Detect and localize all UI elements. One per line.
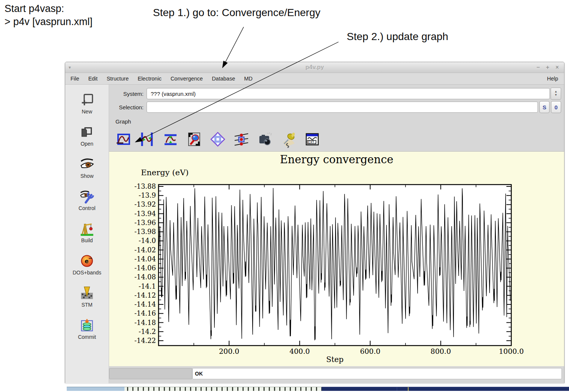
system-value: ??? (vasprun.xml): [151, 91, 196, 97]
svg-text:-14.2: -14.2: [139, 328, 156, 335]
sidebar-item-open[interactable]: Open: [65, 124, 109, 157]
progress-area: [109, 368, 192, 379]
background-window-segment-navy: [322, 387, 569, 391]
svg-text:-14.22: -14.22: [134, 337, 156, 344]
sidebar-item-label: STM: [81, 302, 93, 308]
zoom-button[interactable]: [185, 130, 203, 148]
arrow-step1: [223, 27, 244, 67]
menu-help[interactable]: Help: [541, 73, 564, 84]
titlebar[interactable]: ▾ p4v.py − + ×: [65, 62, 564, 73]
page: Start p4vasp:> p4v [vasprun.xml] Step 1.…: [0, 0, 569, 392]
svg-text:-14.0: -14.0: [139, 237, 156, 244]
graph-tab-label: Graph: [115, 118, 564, 127]
annotation-step2: Step 2.) update graph: [347, 30, 448, 43]
fit-vertical-button[interactable]: [162, 130, 180, 148]
svg-text:−: −: [88, 255, 92, 261]
plot-x-axis-label: Step: [159, 355, 511, 364]
sidebar-item-label: Show: [80, 173, 93, 179]
open-folder-icon: [79, 124, 95, 140]
svg-text:-13.96: -13.96: [134, 219, 156, 227]
close-button[interactable]: ×: [556, 64, 559, 70]
pushpin-icon: [280, 131, 297, 148]
selection-input[interactable]: [147, 101, 538, 113]
sidebar-item-label: Open: [81, 141, 93, 147]
menu-file[interactable]: File: [65, 73, 84, 84]
svg-text:800.0: 800.0: [431, 347, 451, 355]
background-window-segment-blue: [67, 387, 124, 391]
menu-database[interactable]: Database: [207, 73, 240, 84]
commit-database-icon: [79, 317, 95, 333]
select-sequence-icon: [233, 131, 250, 148]
menu-structure[interactable]: Structure: [102, 73, 133, 84]
sidebar-item-label: Commit: [78, 334, 96, 340]
electron-icon: e−: [79, 253, 95, 269]
sidebar-item-new[interactable]: New: [65, 92, 109, 124]
camera-icon: [256, 131, 274, 148]
sidebar-item-commit[interactable]: Commit: [65, 317, 109, 350]
selection-label: Selection:: [109, 104, 147, 110]
system-spinner[interactable]: ▲ ▼: [551, 88, 561, 100]
menu-electronic[interactable]: Electronic: [133, 73, 166, 84]
sidebar-item-show[interactable]: Show: [65, 157, 109, 189]
select-sequence-button[interactable]: [232, 130, 250, 148]
svg-text:-13.94: -13.94: [134, 210, 156, 218]
sidebar-item-build[interactable]: Build: [65, 221, 109, 253]
annotation-start-line2: > p4v [vasprun.xml]: [4, 16, 93, 27]
crane-icon: [79, 221, 95, 237]
eye-wrench-icon: [79, 189, 95, 204]
zoom-icon: [186, 131, 203, 148]
menu-md[interactable]: MD: [240, 73, 257, 84]
selection-0-button[interactable]: 0: [551, 101, 561, 113]
menu-edit[interactable]: Edit: [84, 73, 102, 84]
window-title: p4v.py: [65, 64, 564, 71]
graph-panel: Energy convergence Energy (eV) -13.88-13…: [109, 151, 564, 366]
update-graph-button[interactable]: [114, 130, 132, 148]
svg-text:-13.98: -13.98: [134, 228, 156, 235]
background-window-strip: [67, 387, 569, 391]
menu-convergence[interactable]: Convergence: [166, 73, 207, 84]
update-graph-icon: [115, 131, 132, 148]
sidebar-item-stm[interactable]: STM: [65, 285, 109, 317]
pin-sequence-button[interactable]: [280, 130, 298, 148]
sidebar: New Open Show Control Build: [65, 85, 109, 383]
annotation-step1: Step 1.) go to: Convergence/Energy: [153, 6, 320, 19]
menubar: File Edit Structure Electronic Convergen…: [65, 73, 564, 85]
sidebar-item-label: DOS+bands: [73, 270, 102, 276]
snapshot-button[interactable]: [256, 130, 274, 148]
svg-text:400.0: 400.0: [289, 347, 310, 355]
svg-text:200.0: 200.0: [219, 347, 239, 355]
svg-text:-13.88: -13.88: [134, 182, 156, 190]
fit-vertical-icon: [162, 131, 179, 148]
graph-toolbar: EXT.: [114, 130, 564, 149]
new-document-icon: [79, 92, 95, 108]
sidebar-item-label: New: [82, 109, 92, 115]
pan-move-icon: [209, 131, 226, 148]
stm-tip-icon: [79, 285, 95, 301]
maximize-button[interactable]: +: [546, 64, 549, 70]
pan-button[interactable]: [209, 130, 227, 148]
svg-text:-14.08: -14.08: [134, 273, 156, 281]
sidebar-item-dos-bands[interactable]: e− DOS+bands: [65, 253, 109, 285]
svg-text:1000.0: 1000.0: [499, 347, 524, 355]
main-area: System: ??? (vasprun.xml) ▲ ▼ Selection:…: [109, 85, 564, 383]
external-viewer-button[interactable]: EXT.: [303, 130, 321, 148]
energy-convergence-plot: -13.88-13.9-13.92-13.94-13.96-13.98-14.0…: [109, 152, 563, 366]
minimize-button[interactable]: −: [536, 64, 540, 70]
fit-horizontal-icon: [138, 131, 156, 148]
svg-text:-14.14: -14.14: [134, 300, 156, 308]
svg-text:EXT.: EXT.: [308, 140, 316, 144]
background-window-segment-text: [124, 387, 322, 391]
svg-text:-13.92: -13.92: [134, 200, 156, 208]
p4v-window: ▾ p4v.py − + × File Edit Structure Elect…: [65, 62, 565, 383]
system-combo[interactable]: ??? (vasprun.xml): [147, 88, 550, 99]
svg-text:-14.18: -14.18: [134, 319, 156, 326]
status-message: OK: [192, 368, 562, 379]
annotation-start-p4vasp: Start p4vasp:> p4v [vasprun.xml]: [4, 2, 93, 28]
selection-s-button[interactable]: S: [539, 101, 550, 113]
spinner-down-icon[interactable]: ▼: [554, 94, 557, 97]
fit-horizontal-button[interactable]: [138, 130, 156, 148]
status-bar: OK: [109, 368, 562, 379]
svg-text:-14.12: -14.12: [134, 291, 156, 299]
annotation-start-line1: Start p4vasp:: [4, 3, 64, 14]
sidebar-item-control[interactable]: Control: [65, 189, 109, 221]
